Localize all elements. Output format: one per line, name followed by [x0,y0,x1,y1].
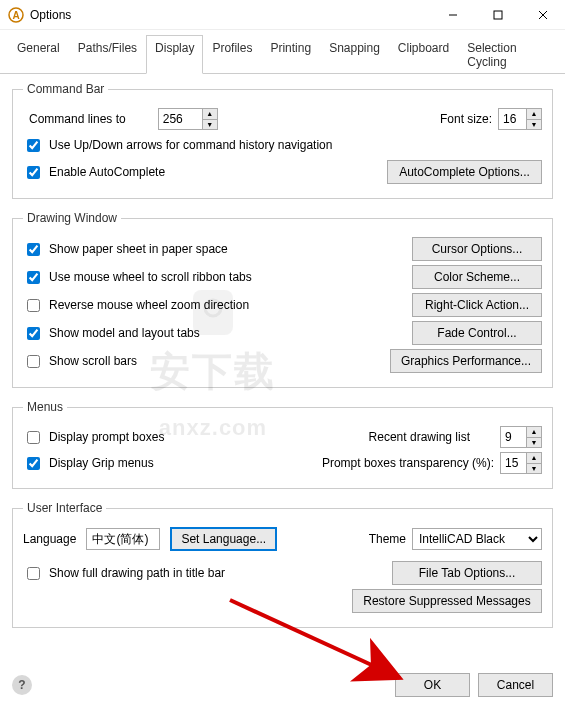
cursor-options-button[interactable]: Cursor Options... [412,237,542,261]
spinner-down-icon[interactable]: ▼ [527,464,541,474]
right-click-action-button[interactable]: Right-Click Action... [412,293,542,317]
tab-general[interactable]: General [8,35,69,74]
graphics-performance-button[interactable]: Graphics Performance... [390,349,542,373]
label-transparency: Prompt boxes transparency (%): [322,456,494,470]
checkbox-enable-autocomplete[interactable]: Enable AutoComplete [23,163,165,182]
checkbox-show-path[interactable]: Show full drawing path in title bar [23,564,225,583]
restore-messages-button[interactable]: Restore Suppressed Messages [352,589,542,613]
minimize-button[interactable] [430,0,475,30]
group-user-interface: User Interface Language 中文(简体) Set Langu… [12,501,553,628]
tab-paths[interactable]: Paths/Files [69,35,146,74]
input-font-size[interactable] [498,108,526,130]
label-command-lines: Command lines to [29,112,126,126]
input-recent-list[interactable] [500,426,526,448]
input-command-lines[interactable] [158,108,202,130]
spinner-down-icon[interactable]: ▼ [527,438,541,448]
svg-rect-3 [494,11,502,19]
legend-user-interface: User Interface [23,501,106,515]
input-transparency[interactable] [500,452,526,474]
help-icon[interactable]: ? [12,675,32,695]
checkbox-use-wheel[interactable]: Use mouse wheel to scroll ribbon tabs [23,268,252,287]
tab-profiles[interactable]: Profiles [203,35,261,74]
group-drawing-window: Drawing Window Show paper sheet in paper… [12,211,553,388]
spinner-up-icon[interactable]: ▲ [527,453,541,464]
label-font-size: Font size: [440,112,492,126]
close-button[interactable] [520,0,565,30]
svg-text:A: A [12,10,19,21]
spinner-font-size[interactable]: ▲▼ [498,108,542,130]
spinner-recent-list[interactable]: ▲▼ [500,426,542,448]
window-title: Options [30,8,71,22]
tab-snapping[interactable]: Snapping [320,35,389,74]
maximize-button[interactable] [475,0,520,30]
group-command-bar: Command Bar Command lines to ▲▼ Font siz… [12,82,553,199]
spinner-transparency[interactable]: ▲▼ [500,452,542,474]
checkbox-display-prompt[interactable]: Display prompt boxes [23,428,164,447]
ok-button[interactable]: OK [395,673,470,697]
tab-selection[interactable]: Selection Cycling [458,35,557,74]
spinner-down-icon[interactable]: ▼ [203,120,217,130]
checkbox-use-arrows[interactable]: Use Up/Down arrows for command history n… [23,136,332,155]
cancel-button[interactable]: Cancel [478,673,553,697]
select-theme[interactable]: IntelliCAD Black [412,528,542,550]
label-language: Language [23,532,76,546]
spinner-up-icon[interactable]: ▲ [527,427,541,438]
spinner-down-icon[interactable]: ▼ [527,120,541,130]
footer: ? OK Cancel [12,673,553,697]
input-language[interactable]: 中文(简体) [86,528,160,550]
legend-command-bar: Command Bar [23,82,108,96]
checkbox-show-paper[interactable]: Show paper sheet in paper space [23,240,228,259]
spinner-up-icon[interactable]: ▲ [527,109,541,120]
checkbox-show-tabs[interactable]: Show model and layout tabs [23,324,200,343]
checkbox-reverse-wheel[interactable]: Reverse mouse wheel zoom direction [23,296,249,315]
titlebar: A Options [0,0,565,30]
spinner-command-lines[interactable]: ▲▼ [158,108,218,130]
app-icon: A [8,7,24,23]
set-language-button[interactable]: Set Language... [170,527,277,551]
checkbox-show-scroll[interactable]: Show scroll bars [23,352,137,371]
spinner-up-icon[interactable]: ▲ [203,109,217,120]
file-tab-options-button[interactable]: File Tab Options... [392,561,542,585]
checkbox-display-grip[interactable]: Display Grip menus [23,454,154,473]
fade-control-button[interactable]: Fade Control... [412,321,542,345]
autocomplete-options-button[interactable]: AutoComplete Options... [387,160,542,184]
tab-clipboard[interactable]: Clipboard [389,35,458,74]
label-theme: Theme [369,532,406,546]
legend-drawing-window: Drawing Window [23,211,121,225]
color-scheme-button[interactable]: Color Scheme... [412,265,542,289]
group-menus: Menus Display prompt boxes Recent drawin… [12,400,553,489]
legend-menus: Menus [23,400,67,414]
tab-display[interactable]: Display [146,35,203,74]
tab-bar: General Paths/Files Display Profiles Pri… [0,30,565,74]
label-recent-list: Recent drawing list [369,430,470,444]
tab-printing[interactable]: Printing [261,35,320,74]
